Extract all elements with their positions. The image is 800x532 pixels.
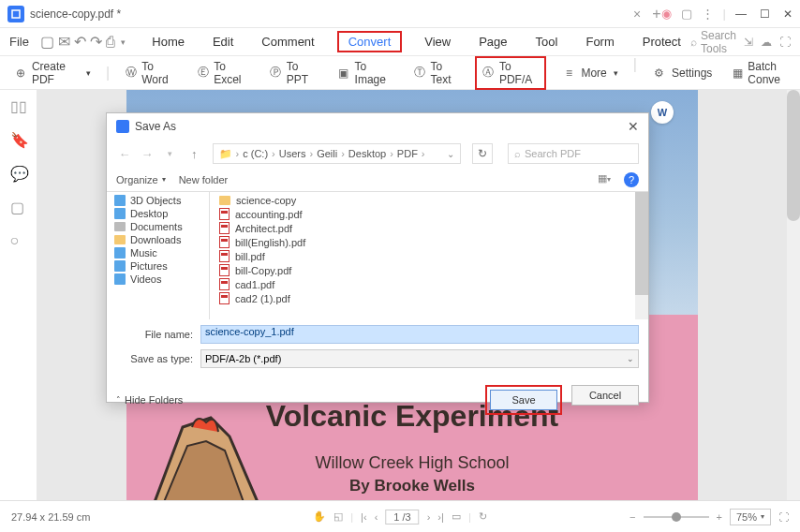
zoom-in-icon[interactable]: + [717,511,722,523]
new-folder-button[interactable]: New folder [179,174,229,185]
menu-page[interactable]: Page [473,31,512,52]
prev-page-icon[interactable]: ‹ [375,511,378,523]
view-mode-icon[interactable]: ▦▾ [598,172,613,187]
menu-file[interactable]: File [9,35,29,49]
doc-subtitle-1: Willow Creek High School [126,453,698,473]
cancel-button[interactable]: Cancel [571,385,639,406]
thumbnails-icon[interactable]: ▯▯ [10,97,27,114]
rotate-icon[interactable]: ↻ [479,510,487,523]
kebab-icon[interactable]: ⋮ [702,7,714,21]
tab-title[interactable]: science-copy.pdf * [30,7,630,21]
pdf-icon [219,250,230,262]
redo-icon[interactable]: ↷ [90,34,102,51]
save-type-combo[interactable]: PDF/A-2b (*.pdf)⌄ [200,349,639,368]
last-page-icon[interactable]: ›| [437,511,444,523]
list-item: bill(English).pdf [210,235,648,249]
nav-up-icon[interactable]: ↑ [191,147,198,161]
attachment-icon[interactable]: ▢ [10,199,27,215]
search-icon: ⌕ [514,148,521,159]
profile-icon[interactable]: ◉ [661,7,672,21]
file-name-input[interactable]: science-copy_1.pdf [200,325,639,344]
mail-icon[interactable]: ✉ [58,34,70,51]
next-page-icon[interactable]: › [427,511,431,523]
to-image-button[interactable]: ▣To Image [332,56,398,90]
create-pdf-button[interactable]: ⊕Create PDF▾ [9,56,96,90]
select-icon[interactable]: ◱ [333,510,343,523]
folder-tree[interactable]: 3D Objects Desktop Documents Downloads M… [107,192,210,319]
menu-home[interactable]: Home [146,31,190,52]
zoom-level[interactable]: 75%▾ [730,509,771,525]
to-pdfa-button[interactable]: ⒶTo PDF/A [475,56,547,90]
dialog-close-icon[interactable]: ✕ [628,119,639,134]
search-input[interactable]: ⌕ Search PDF [508,143,639,164]
batch-convert-button[interactable]: ▦Batch Conve [727,56,791,90]
search-panel-icon[interactable]: ○ [10,232,27,249]
doc-subtitle-2: By Brooke Wells [126,477,698,495]
file-list[interactable]: science-copy accounting.pdf Architect.pd… [210,192,648,319]
continuous-icon[interactable]: ▭ [452,510,461,523]
fullscreen-icon[interactable]: ⛶ [779,36,791,49]
tree-item: Videos [107,273,209,286]
menu-protect[interactable]: Protect [637,31,687,52]
menu-edit[interactable]: Edit [207,31,239,52]
nav-history-icon[interactable]: ▾ [161,149,178,158]
menu-tool[interactable]: Tool [530,31,564,52]
hand-icon[interactable]: ✋ [313,510,326,523]
cloud-icon[interactable]: ☁ [761,36,772,49]
list-item: Architect.pdf [210,221,648,235]
text-icon: Ⓣ [413,66,425,81]
nav-back-icon[interactable]: ← [116,147,133,161]
tree-item: 3D Objects [107,194,209,207]
dialog-toolbar: Organize▾ New folder ▦▾ ? [107,168,648,192]
zoom-out-icon[interactable]: − [630,511,635,523]
to-ppt-button[interactable]: ⓅTo PPT [264,56,323,90]
maximize-icon[interactable]: ☐ [760,7,770,21]
settings-button[interactable]: ⚙Settings [646,56,718,90]
to-text-button[interactable]: ⓉTo Text [407,56,465,90]
fit-icon[interactable]: ⛶ [778,511,789,523]
print-icon[interactable]: ⎙ [106,34,115,51]
bookmark-icon[interactable]: 🔖 [10,131,27,148]
share-icon[interactable]: ⇲ [744,36,753,49]
more-button[interactable]: ≡More▾ [556,56,623,90]
word-badge-icon[interactable]: W [651,101,674,124]
tab-close-icon[interactable]: × [633,7,641,22]
pdf-icon [219,278,230,290]
menu-view[interactable]: View [419,31,456,52]
nav-forward-icon[interactable]: → [139,147,156,161]
to-excel-button[interactable]: ⒺTo Excel [191,56,255,90]
folder-icon: 📁 [219,148,232,160]
close-icon[interactable]: ✕ [783,7,793,21]
to-word-button[interactable]: ⓌTo Word [119,56,182,90]
undo-icon[interactable]: ↶ [74,34,86,51]
first-page-icon[interactable]: |‹ [361,511,367,523]
menu-comment[interactable]: Comment [256,31,319,52]
tree-item: Pictures [107,259,209,273]
menu-form[interactable]: Form [580,31,619,52]
pdf-icon [219,222,230,234]
comment-icon[interactable]: 💬 [10,165,27,182]
file-name-label: File name: [116,329,200,340]
page-input[interactable]: 1 /3 [385,510,419,525]
list-item: science-copy [210,194,648,207]
zoom-slider[interactable] [644,516,709,518]
help-icon[interactable]: ? [624,172,639,187]
organize-button[interactable]: Organize▾ [116,174,166,185]
window-icon[interactable]: ▢ [681,7,692,21]
minimize-icon[interactable]: — [735,7,747,21]
save-button[interactable]: Save [490,390,557,410]
save-icon[interactable]: ▢ [40,34,54,51]
hide-folders-button[interactable]: ˄Hide Folders [116,394,183,406]
chevron-down-icon[interactable]: ▾ [119,34,127,51]
breadcrumb[interactable]: 📁 › c (C:)› Users› Geili› Desktop› PDF› … [213,143,462,164]
gear-icon: ⚙ [652,66,667,81]
menu-convert[interactable]: Convert [337,31,403,52]
search-tools[interactable]: ⌕ Search Tools [690,29,736,55]
new-tab-icon[interactable]: + [652,6,660,22]
list-scrollbar[interactable] [635,192,648,319]
svg-rect-0 [12,10,20,18]
batch-icon: ▦ [733,66,743,81]
document-scrollbar[interactable] [787,90,800,500]
dialog-title-text: Save As [135,120,176,133]
refresh-button[interactable]: ↻ [472,143,493,164]
